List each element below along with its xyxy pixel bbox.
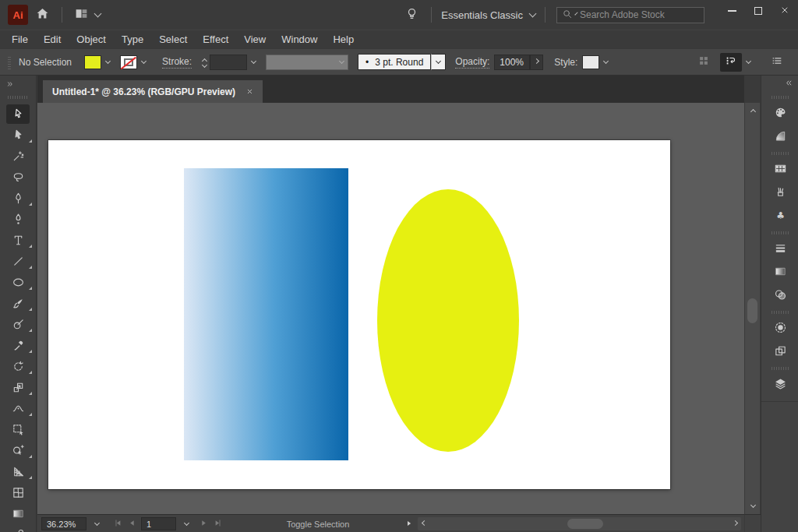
perspective-grid-tool[interactable] — [0, 461, 37, 482]
fill-color-dropdown[interactable] — [101, 55, 114, 69]
stroke-weight-field[interactable] — [210, 55, 247, 70]
gradient-tool[interactable] — [0, 503, 37, 524]
stroke-weight-label[interactable]: Stroke: — [162, 56, 192, 69]
horizontal-scrollbar-thumb[interactable] — [567, 519, 603, 529]
document-tab[interactable]: Untitled-1* @ 36.23% (RGB/GPU Preview) — [43, 80, 263, 103]
collapse-dock-icon[interactable] — [784, 79, 793, 90]
ellipse-tool[interactable] — [0, 272, 37, 293]
previous-artboard-button[interactable] — [125, 517, 139, 530]
canvas[interactable] — [37, 103, 744, 514]
minimize-button[interactable] — [719, 0, 745, 22]
panel-grip[interactable] — [772, 96, 789, 99]
blend-tool[interactable] — [0, 524, 37, 532]
color-guide-panel-button[interactable] — [761, 125, 798, 149]
scroll-left-button[interactable] — [418, 523, 430, 525]
tab-close-button[interactable] — [246, 86, 253, 97]
arrange-documents-button[interactable] — [67, 4, 108, 26]
artboard[interactable] — [48, 140, 670, 489]
direct-selection-tool[interactable] — [0, 125, 37, 146]
rotate-tool[interactable] — [0, 356, 37, 377]
workspace-switcher[interactable]: Essentials Classic — [436, 9, 540, 21]
menu-object[interactable]: Object — [69, 33, 114, 45]
menu-type[interactable]: Type — [114, 33, 151, 45]
close-button[interactable] — [772, 0, 798, 22]
brushes-panel-button[interactable] — [761, 181, 798, 205]
opacity-label[interactable]: Opacity: — [455, 56, 489, 69]
eyedropper-tool[interactable] — [0, 335, 37, 356]
properties-toggle-button[interactable] — [720, 53, 742, 72]
style-swatch[interactable] — [582, 55, 599, 69]
curvature-tool[interactable] — [0, 209, 37, 230]
brush-definition-chevron[interactable] — [431, 54, 446, 70]
document-grid-button[interactable] — [694, 55, 714, 69]
scale-tool[interactable] — [0, 377, 37, 398]
properties-toggle-chevron[interactable] — [742, 55, 754, 69]
style-dropdown[interactable] — [599, 55, 612, 69]
panel-grip[interactable] — [772, 152, 789, 155]
last-artboard-button[interactable] — [211, 517, 224, 530]
swatches-panel-button[interactable] — [761, 158, 798, 181]
mesh-tool[interactable] — [0, 482, 37, 503]
menu-view[interactable]: View — [236, 33, 274, 45]
color-panel-button[interactable] — [761, 102, 798, 125]
free-transform-tool[interactable] — [0, 419, 37, 440]
stroke-color-swatch[interactable] — [120, 55, 137, 69]
panel-menu-button[interactable] — [767, 55, 787, 69]
stroke-panel-button[interactable] — [761, 238, 798, 261]
vertical-scrollbar[interactable] — [744, 103, 760, 514]
brush-definition-dropdown[interactable]: • 3 pt. Round — [358, 54, 431, 70]
home-button[interactable] — [28, 4, 57, 26]
width-tool[interactable] — [0, 398, 37, 419]
menu-edit[interactable]: Edit — [36, 33, 69, 45]
horizontal-scrollbar-track[interactable] — [430, 517, 729, 530]
stock-search[interactable] — [556, 7, 704, 23]
vertical-scrollbar-thumb[interactable] — [747, 298, 757, 323]
magic-wand-tool[interactable] — [0, 146, 37, 167]
toolbar-grip[interactable] — [8, 96, 28, 99]
menu-effect[interactable]: Effect — [195, 33, 236, 45]
stroke-weight-stepper[interactable] — [200, 57, 210, 67]
symbols-panel-button[interactable]: ♣ — [761, 205, 798, 228]
opacity-options-button[interactable] — [530, 55, 543, 70]
opacity-field[interactable]: 100% — [494, 55, 530, 70]
type-tool[interactable] — [0, 230, 37, 251]
stroke-color-dropdown[interactable] — [137, 55, 150, 69]
maximize-button[interactable] — [745, 0, 772, 22]
zoom-level-field[interactable]: 36.23% — [41, 517, 87, 530]
artboard-dropdown[interactable] — [178, 517, 194, 530]
transparency-panel-button[interactable] — [761, 284, 798, 308]
graphic-styles-panel-button[interactable] — [761, 340, 798, 364]
appearance-panel-button[interactable] — [761, 317, 798, 340]
shape-builder-tool[interactable] — [0, 440, 37, 461]
panel-grip[interactable] — [772, 231, 789, 234]
scroll-up-button[interactable] — [745, 104, 761, 117]
status-indicator[interactable]: Toggle Selection — [256, 517, 380, 530]
selection-tool[interactable] — [6, 104, 30, 124]
scroll-down-button[interactable] — [745, 500, 761, 513]
control-bar-grip[interactable] — [8, 55, 11, 69]
pen-tool[interactable] — [0, 188, 37, 209]
menu-select[interactable]: Select — [151, 33, 195, 45]
layers-panel-button[interactable] — [761, 373, 798, 396]
scroll-right-button[interactable] — [729, 523, 741, 525]
menu-help[interactable]: Help — [325, 33, 362, 45]
next-artboard-button[interactable] — [197, 517, 210, 530]
menu-file[interactable]: File — [4, 33, 36, 45]
paintbrush-tool[interactable] — [0, 293, 37, 314]
zoom-level-dropdown[interactable] — [89, 517, 104, 530]
gradient-panel-button[interactable] — [761, 261, 798, 284]
shaper-tool[interactable] — [0, 314, 37, 335]
stroke-weight-dropdown[interactable] — [247, 55, 260, 69]
first-artboard-button[interactable] — [111, 517, 125, 530]
line-segment-tool[interactable] — [0, 251, 37, 272]
status-options-button[interactable] — [402, 517, 415, 530]
fill-color-swatch[interactable] — [84, 55, 101, 69]
discover-button[interactable] — [397, 4, 426, 26]
lasso-tool[interactable] — [0, 167, 37, 188]
width-profile-dropdown[interactable] — [266, 55, 348, 70]
panel-grip[interactable] — [772, 311, 789, 314]
toolbar-expand-icon[interactable] — [0, 79, 36, 90]
menu-window[interactable]: Window — [274, 33, 325, 45]
artboard-number-field[interactable]: 1 — [141, 517, 176, 530]
gradient-rectangle[interactable] — [184, 168, 348, 460]
